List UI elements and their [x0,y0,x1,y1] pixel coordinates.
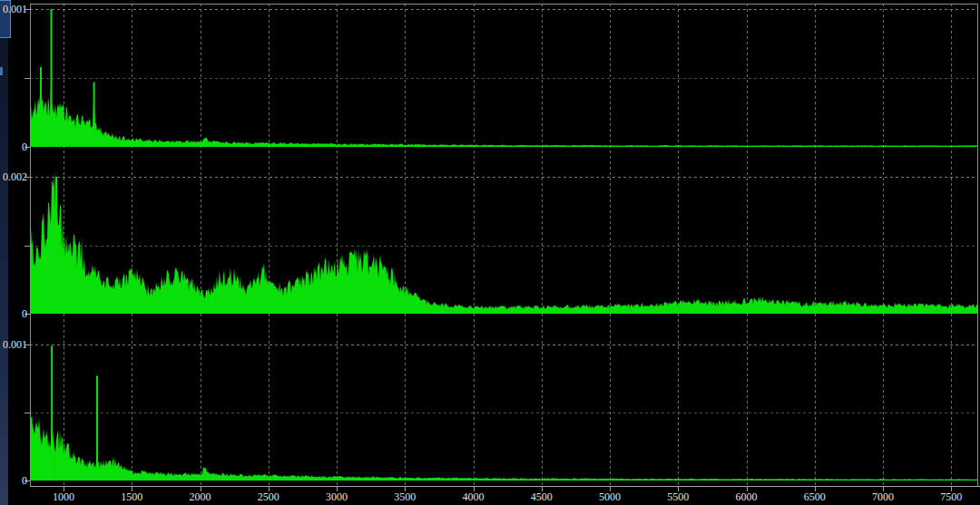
x-tick-label: 1500 [109,491,154,502]
x-tick-label: 1000 [41,491,86,502]
x-tick-label: 7500 [928,491,974,502]
spectrum-pane-bottom-peak-spike [51,346,53,481]
y-tick-label-max-pane1: 0.001 [0,4,27,15]
x-tick-label: 7000 [860,491,906,502]
y-tick-label-zero-pane3: 0 [0,475,27,486]
spectrum-pane-middle-peak-spike [55,177,57,314]
y-tick-label-max-pane2: 0.002 [0,171,27,182]
x-tick-label: 3000 [314,491,359,502]
y-tick-label-zero-pane2: 0 [0,308,27,319]
x-tick-label: 5000 [587,491,632,502]
x-tick-label: 4000 [451,491,496,502]
spectrum-chart-canvas[interactable] [0,0,980,505]
x-tick-label: 4500 [519,491,564,502]
spectrum-pane-bottom-peak-spike [96,376,98,481]
x-tick-label: 3500 [382,491,427,502]
spectrum-pane-top-peak-spike [51,9,53,147]
spectrum-pane-top-peak-spike [93,83,95,147]
x-tick-label: 6500 [792,491,838,502]
x-tick-label: 2500 [246,491,291,502]
spectrum-pane-middle-trace [30,170,978,314]
spectrum-pane-top-trace [30,71,978,147]
spectrum-pane-top-peak-spike [40,67,42,147]
y-tick-label-max-pane3: 0.001 [0,339,27,350]
x-tick-label: 2000 [178,491,223,502]
x-tick-label: 5500 [655,491,701,502]
spectrum-pane-bottom-trace [30,416,978,481]
spectrum-analyzer-screen: 0.00100.00200.00101000150020002500300035… [0,0,980,505]
y-tick-label-zero-pane1: 0 [0,141,27,152]
x-tick-label: 6000 [724,491,769,502]
